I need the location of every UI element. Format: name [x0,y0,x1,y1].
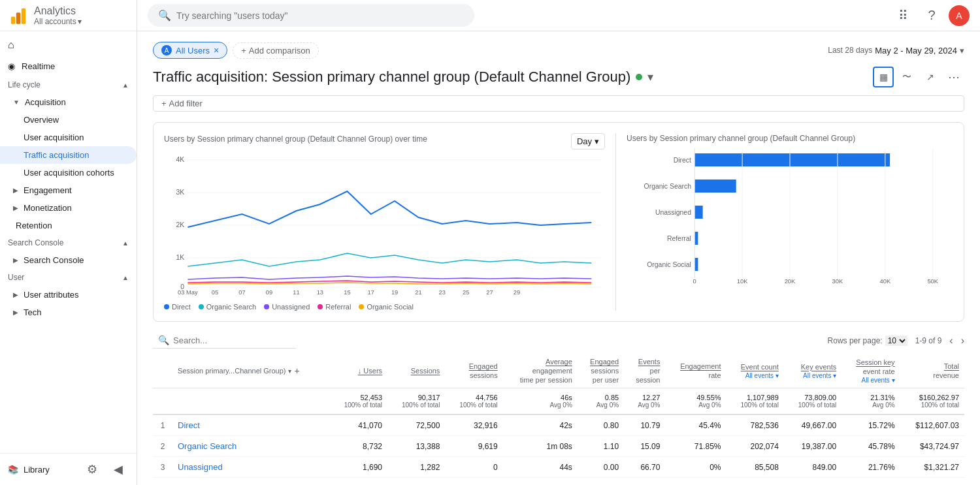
all-users-close-icon[interactable]: × [214,45,219,55]
svg-rect-2 [22,8,25,23]
col-engagement-rate[interactable]: Engagementrate [665,354,726,388]
home-icon: ⌂ [8,39,14,51]
sidebar-item-overview[interactable]: Overview [0,111,137,129]
sidebar-item-library[interactable]: 📚 Library [8,461,50,478]
sidebar-item-retention[interactable]: Retention [0,217,137,234]
acquisition-label: Acquisition [25,97,66,107]
day-selector[interactable]: Day ▾ [571,133,605,149]
col-events-per-session[interactable]: Eventspersession [624,354,665,388]
accounts-label[interactable]: All accounts ▾ [34,17,82,26]
line-chart-svg: 4K 3K 2K 1K 0 [164,152,605,296]
table-row: 3 Unassigned 1,690 1,282 0 44s 0.00 66.7… [153,457,964,478]
sidebar-item-user-acquisition[interactable]: User acquisition [0,129,137,146]
legend-dot-unassigned [264,304,269,309]
help-icon[interactable]: ? [920,4,943,27]
col-session-key-rate[interactable]: Session keyevent rateAll events ▾ [841,354,900,388]
bar-chart-icon[interactable]: ▦ [873,67,894,87]
search-console-section-chevron: ▲ [122,240,129,247]
col-users[interactable]: ↓ Users [330,354,387,388]
sidebar-footer: 📚 Library ⚙ ◀ [0,453,137,485]
more-options-icon[interactable]: ⋯ [943,67,964,87]
bar-organic-social [694,258,698,271]
svg-text:Unassigned: Unassigned [655,209,691,216]
sidebar-item-cohorts[interactable]: User acquisition cohorts [0,164,137,181]
app-name-text: Analytics All accounts ▾ [34,5,82,26]
tech-label: Tech [24,307,41,317]
table-row: 4 Referral 751 1,080 584 1m 02s 0.78 15.… [153,478,964,486]
sidebar-group-user-attributes[interactable]: ▶ User attributes [0,286,137,304]
share-icon[interactable]: ↗ [920,67,941,87]
engagement-label: Engagement [24,185,72,195]
svg-text:1K: 1K [176,254,184,261]
col-num [153,354,172,388]
legend-organic-search: Organic Search [199,303,256,311]
legend-dot-organic-search [199,304,204,309]
svg-rect-1 [16,12,20,24]
line-chart-title: Users by Session primary channel group (… [164,134,427,144]
add-filter-button[interactable]: + Add filter [153,95,964,112]
sidebar-group-engagement[interactable]: ▶ Engagement [0,181,137,199]
col-channel-chevron[interactable]: ▾ [288,368,291,375]
col-sessions[interactable]: Sessions [387,354,445,388]
search-bar[interactable]: 🔍 [148,4,474,27]
col-engaged-sessions[interactable]: Engagedsessions [445,354,502,388]
svg-text:19: 19 [391,289,398,296]
all-users-chip[interactable]: A All Users × [153,42,227,59]
sidebar-section-search-console[interactable]: Search Console ▲ [0,234,137,251]
table-search-input[interactable] [173,336,291,345]
col-key-events[interactable]: Key eventsAll events ▾ [784,354,841,388]
svg-text:09: 09 [266,289,272,296]
settings-icon[interactable]: ⚙ [82,459,103,480]
title-dropdown-icon[interactable]: ▾ [647,70,653,84]
topbar: 🔍 ⠿ ? A [137,0,980,31]
status-dot [636,74,642,80]
col-engaged-per-user[interactable]: Engagedsessionsper user [578,354,624,388]
sidebar-group-search-console[interactable]: ▶ Search Console [0,251,137,269]
sidebar-item-realtime[interactable]: ◉ Realtime [0,56,137,76]
sidebar-group-monetization[interactable]: ▶ Monetization [0,199,137,217]
svg-text:40K: 40K [880,278,892,285]
col-avg-engagement[interactable]: Averageengagementtime per session [503,354,578,388]
svg-rect-0 [11,16,15,23]
sidebar-item-traffic-acquisition[interactable]: Traffic acquisition [0,146,137,164]
app-title: Analytics [34,5,76,16]
bar-organic-search [694,180,736,193]
rows-per-page-select[interactable]: 10 25 50 [885,336,907,346]
chart-divider [615,133,616,311]
bar-referral [694,232,698,245]
sidebar-item-home[interactable]: ⌂ [0,34,137,56]
bar-chart-area: Users by Session primary channel group (… [627,133,953,311]
page-title: Traffic acquisition: Session primary cha… [153,69,630,86]
next-page-button[interactable]: › [961,335,964,347]
topbar-right: ⠿ ? A [891,4,970,27]
line-chart-icon[interactable]: 〜 [896,67,917,87]
user-section-chevron: ▲ [122,274,129,281]
svg-text:Organic Search: Organic Search [644,183,692,190]
svg-text:13: 13 [317,289,323,296]
avatar[interactable]: A [949,5,970,26]
legend-dot-organic-social [359,304,364,309]
user-attributes-chevron: ▶ [13,291,18,298]
date-range-selector[interactable]: Last 28 days May 2 - May 29, 2024 ▾ [828,46,964,55]
sidebar-section-user[interactable]: User ▲ [0,269,137,286]
content-area: A All Users × + Add comparison Last 28 d… [137,31,980,485]
table-search[interactable]: 🔍 [153,332,296,349]
prev-page-button[interactable]: ‹ [949,335,953,347]
col-channel-add[interactable]: + [294,366,299,376]
apps-icon[interactable]: ⠿ [891,4,915,27]
svg-text:20K: 20K [785,278,796,285]
col-event-count[interactable]: Event countAll events ▾ [727,354,784,388]
sidebar-section-lifecycle[interactable]: Life cycle ▲ [0,76,137,93]
table-section: 🔍 Rows per page: 10 25 50 1-9 of 9 ‹ › [153,332,964,485]
search-console-chevron: ▶ [13,257,18,264]
chart-legend: Direct Organic Search Unassigned Referra… [164,303,605,311]
col-total-revenue[interactable]: Totalrevenue [900,354,964,388]
sidebar-group-tech[interactable]: ▶ Tech [0,304,137,321]
table-pagination: Rows per page: 10 25 50 1-9 of 9 ‹ › [828,335,964,347]
svg-text:30K: 30K [832,278,844,285]
search-input[interactable] [176,10,464,21]
sidebar-group-acquisition[interactable]: ▼ Acquisition [0,93,137,111]
add-comparison-button[interactable]: + Add comparison [233,42,319,59]
col-channel[interactable]: Session primary...Channel Group) ▾ + [172,354,330,388]
collapse-sidebar-icon[interactable]: ◀ [108,459,129,480]
